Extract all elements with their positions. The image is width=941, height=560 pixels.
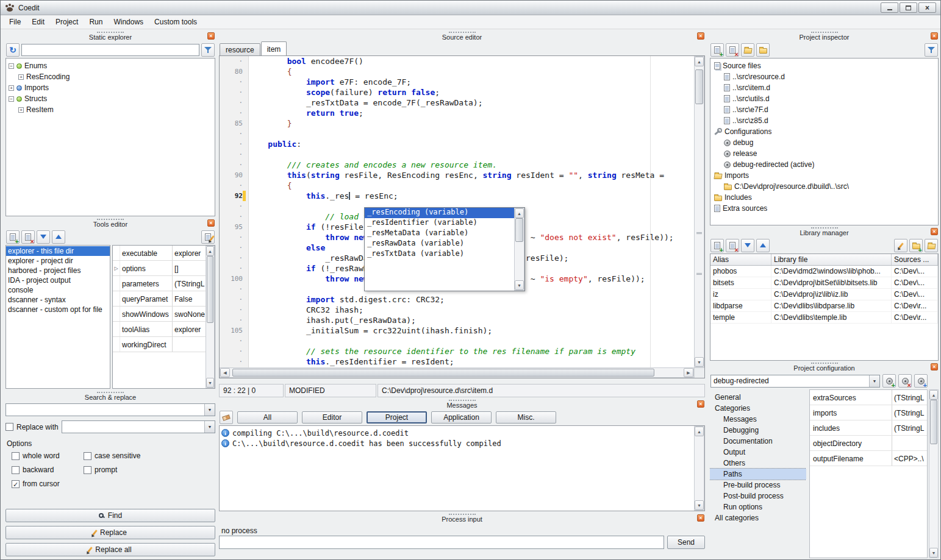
inspector-item-c-dev-dproj-resource-d-build-src[interactable]: C:\Dev\dproj\resource.d\build\..\src\ — [710, 181, 938, 192]
inspector-item-debug-redirected-active[interactable]: debug-redirected (active) — [710, 159, 938, 170]
panel-header[interactable]: Tools editor × — [5, 218, 215, 229]
library-row-temple[interactable]: templeC:\Dev\dlibs\temple.libC:\Dev\r... — [710, 312, 938, 324]
scroll-up-arrow[interactable]: ▲ — [695, 57, 704, 66]
scroll-thumb[interactable] — [515, 218, 523, 242]
move-library-down-button[interactable] — [741, 239, 754, 252]
code-line[interactable]: · scope(failure) return false; — [220, 87, 694, 97]
replace-all-button[interactable]: Replace all — [5, 543, 215, 556]
editor-horizontal-scrollbar[interactable]: ◀▶ — [220, 367, 694, 378]
inspector-item-debug[interactable]: debug — [710, 137, 938, 148]
property-value[interactable]: <CPP>..\ — [892, 451, 927, 466]
messages-scrollbar[interactable]: ▲▼ — [694, 426, 704, 511]
open-folder-button[interactable] — [741, 43, 754, 57]
search-combo[interactable]: ▼ — [5, 403, 215, 416]
code-line[interactable]: 105 _initialSum = crc322uint(ihash.finis… — [220, 325, 694, 336]
inspector-item-src-z85-d[interactable]: ..\src\z85.d — [710, 115, 938, 126]
property-key[interactable]: options — [120, 261, 173, 275]
property-value[interactable]: explorer — [173, 246, 206, 260]
filter-misc[interactable]: Misc. — [496, 411, 556, 424]
remove-source-button[interactable] — [726, 43, 739, 57]
close-panel-icon[interactable]: × — [931, 32, 938, 40]
category-categories[interactable]: Categories — [710, 403, 806, 414]
close-panel-icon[interactable]: × — [697, 400, 704, 408]
library-row-bitsets[interactable]: bitsetsC:\Dev\dproj\bitSet\lib\bitsets.l… — [710, 277, 938, 289]
scroll-down-arrow[interactable]: ▼ — [695, 357, 704, 367]
completion-item-resencoding-variable[interactable]: _resEncoding (variable) — [365, 208, 514, 218]
completion-scrollbar[interactable]: ▲▼ — [514, 208, 524, 291]
inspector-item-extra-sources[interactable]: Extra sources — [710, 203, 938, 214]
symbol-search-input[interactable] — [21, 44, 199, 56]
scroll-track[interactable] — [230, 368, 684, 377]
code-line[interactable]: · { — [220, 180, 694, 191]
refresh-button[interactable]: ↻ — [6, 43, 20, 57]
library-row-phobos[interactable]: phobosC:\Dev\dmd2\windows\lib\phob...C:\… — [710, 266, 938, 277]
property-value[interactable]: explorer — [173, 322, 206, 336]
code-line[interactable]: · ihash.put(_resRawData); — [220, 315, 694, 325]
close-panel-icon[interactable]: × — [931, 228, 938, 235]
code-line[interactable]: · return true; — [220, 108, 694, 118]
scroll-track[interactable] — [515, 218, 524, 280]
property-value[interactable] — [892, 436, 927, 450]
minimize-button[interactable] — [881, 2, 898, 13]
panel-header[interactable]: Static explorer × — [5, 31, 215, 41]
checkbox-icon[interactable]: ✓ — [12, 480, 20, 488]
property-key[interactable]: toolAlias — [120, 322, 173, 336]
tree-item-imports[interactable]: +Imports — [6, 82, 215, 93]
scroll-thumb[interactable] — [232, 369, 654, 377]
inspector-item-src-utils-d[interactable]: ..\src\utils.d — [710, 93, 938, 104]
checkbox-icon[interactable] — [12, 452, 20, 460]
scroll-down-arrow[interactable]: ▼ — [206, 378, 214, 388]
completion-item-resmetadata-variable[interactable]: _resMetaData (variable) — [365, 229, 514, 239]
code-line[interactable]: · import e7F: encode_7F; — [220, 77, 694, 87]
titlebar[interactable]: Coedit × — [1, 1, 940, 15]
expand-icon[interactable]: + — [18, 107, 24, 113]
inspector-item-source-files[interactable]: Source files — [710, 60, 938, 71]
panel-header[interactable]: Search & replace — [5, 391, 215, 402]
filter-application[interactable]: Application — [431, 411, 492, 424]
property-value[interactable]: swoNone — [173, 307, 206, 321]
category-pre-build-process[interactable]: Pre-build process — [710, 480, 806, 491]
configuration-combo[interactable]: debug-redirected ▼ — [710, 375, 880, 388]
filter-button[interactable] — [925, 43, 938, 57]
library-row-libdparse[interactable]: libdparseC:\Dev\dlibs\libdparse.libC:\De… — [710, 300, 938, 312]
category-all-categories[interactable]: All categories — [710, 512, 806, 523]
code-line[interactable]: · — [220, 336, 694, 346]
panel-header[interactable]: Library manager × — [710, 227, 939, 237]
close-button[interactable]: × — [918, 2, 936, 13]
inspector-item-src-e7f-d[interactable]: ..\src\e7F.d — [710, 104, 938, 115]
tool-item-dscanner-custom-opt-for-file[interactable]: dscanner - custom opt for file — [6, 305, 110, 314]
edit-tool-button[interactable] — [201, 230, 215, 244]
add-configuration-button[interactable] — [882, 374, 896, 388]
code-line[interactable]: 92 this._res = resEnc; — [220, 191, 694, 201]
tool-item-console[interactable]: console — [6, 285, 110, 295]
category-general[interactable]: General — [710, 392, 806, 403]
completion-item-resrawdata-variable[interactable]: _resRawData (variable) — [365, 239, 514, 249]
library-from-folder-button[interactable] — [909, 239, 923, 252]
scroll-right-arrow[interactable]: ▶ — [684, 368, 693, 377]
menu-file[interactable]: File — [4, 15, 26, 29]
property-value[interactable]: [] — [173, 261, 206, 275]
inspector-item-src-resource-d[interactable]: ..\src\resource.d — [710, 71, 938, 82]
tab-resource[interactable]: resource — [220, 43, 260, 55]
menu-windows[interactable]: Windows — [108, 15, 149, 29]
editor-area[interactable]: · bool encodee7F()80 {· import e7F: enco… — [219, 55, 705, 378]
property-value[interactable]: (TStringL — [892, 405, 927, 420]
remove-library-button[interactable] — [726, 239, 739, 252]
add-source-button[interactable] — [710, 43, 724, 57]
inspector-item-includes[interactable]: Includes — [710, 192, 938, 203]
scroll-track[interactable] — [206, 256, 214, 378]
replace-with-checkbox[interactable] — [5, 423, 13, 431]
scroll-track[interactable] — [929, 400, 938, 548]
category-documentation[interactable]: Documentation — [710, 436, 806, 447]
code-line[interactable]: · — [220, 129, 694, 139]
open-library-folder-button[interactable] — [925, 239, 938, 252]
close-panel-icon[interactable]: × — [697, 32, 704, 40]
filter-project[interactable]: Project — [367, 411, 427, 424]
move-tool-up-button[interactable] — [52, 230, 65, 244]
add-library-button[interactable] — [710, 239, 724, 252]
clear-messages-button[interactable] — [220, 411, 233, 424]
inspector-item-imports[interactable]: Imports — [710, 170, 938, 181]
column-header-library-file[interactable]: Library file — [771, 254, 892, 265]
library-row-iz[interactable]: izC:\Dev\dproj\iz\lib\iz.libC:\Dev\... — [710, 289, 938, 300]
panel-header[interactable]: Project inspector × — [710, 31, 939, 41]
